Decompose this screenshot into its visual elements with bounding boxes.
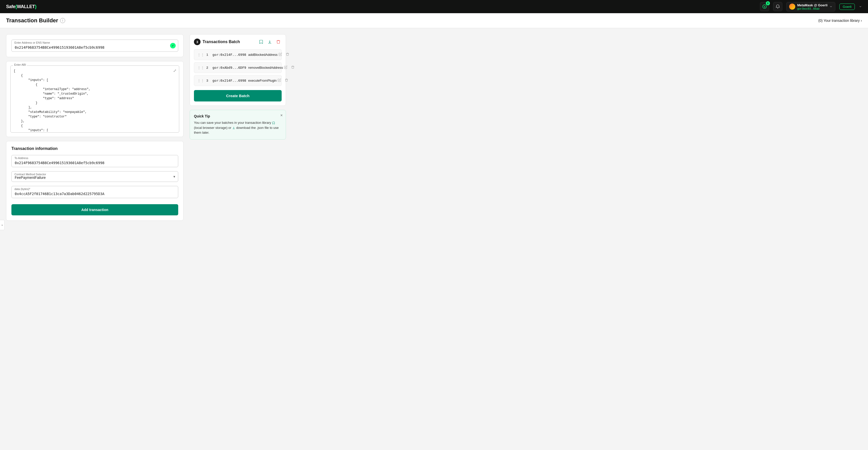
method-selector-container: FeePaymentFailure Contract Method Select… xyxy=(11,171,178,182)
edit-tx-1-btn[interactable] xyxy=(278,52,283,57)
batch-section: 3 Transactions Batch xyxy=(190,34,286,106)
tx-info-title: Transaction information xyxy=(11,146,178,151)
bookmark-inline-icon xyxy=(272,121,275,124)
tx-item-actions-1 xyxy=(278,52,290,57)
edit-icon xyxy=(279,53,282,56)
quick-tip-text: You can save your batches in your transa… xyxy=(194,120,282,135)
sidebar-toggle[interactable]: » xyxy=(0,220,5,230)
drag-handle-icon[interactable]: ⋮⋮ xyxy=(197,53,204,57)
header-actions: S 0 MetaMask @ Goerli gor:0xcc93...66ad … xyxy=(760,2,862,11)
tx-fields: To Address FeePaymentFailure Contract Me… xyxy=(11,155,178,215)
main-layout: Enter Address or ENS Name ✓ Enter ABI ⤢ … xyxy=(0,28,868,450)
tx-item-left-3: ⋮⋮ 3 gor:0x214F...6998 executeFromPlugin xyxy=(197,79,277,83)
resize-icon: ⤢ xyxy=(173,68,177,73)
trash-icon xyxy=(285,79,288,82)
bookmark-icon xyxy=(259,39,264,44)
delete-tx-3-btn[interactable] xyxy=(284,78,289,83)
abi-section: Enter ABI ⤢ [ { "inputs": [ { "internalT… xyxy=(6,61,184,137)
chevron-down-icon xyxy=(830,5,833,8)
download-inline-icon xyxy=(232,126,235,129)
save-batch-btn[interactable] xyxy=(258,38,265,45)
create-batch-button[interactable]: Create Batch xyxy=(194,90,282,101)
batch-actions xyxy=(258,38,282,45)
app-logo: Safe{WALLET} xyxy=(6,4,36,9)
tx-method-3: executeFromPlugin xyxy=(248,79,277,83)
abi-field-wrapper: Enter ABI ⤢ [ { "inputs": [ { "internalT… xyxy=(10,65,179,133)
wallet-name: MetaMask @ Goerli xyxy=(797,3,828,7)
add-transaction-button[interactable]: Add transaction xyxy=(11,204,178,215)
tx-num-1: 1 xyxy=(206,53,210,57)
svg-text:S: S xyxy=(764,5,765,8)
page-title-row: Transaction Builder i xyxy=(6,17,65,24)
network-button[interactable]: Goerli xyxy=(839,4,855,10)
download-icon xyxy=(268,39,272,44)
address-valid-icon: ✓ xyxy=(170,43,176,49)
edit-icon xyxy=(278,79,281,82)
page-header: Transaction Builder i (0) Your transacti… xyxy=(0,13,868,28)
quick-tip-close-btn[interactable]: × xyxy=(280,113,283,118)
tx-library-link[interactable]: (0) Your transaction library › xyxy=(818,19,862,23)
tx-address-1: gor:0x214F...6998 xyxy=(212,53,246,57)
data-bytes-container: data (bytes)* xyxy=(11,186,178,198)
page-title: Transaction Builder xyxy=(6,17,58,24)
check-icon: ✓ xyxy=(172,44,174,48)
info-symbol: i xyxy=(62,19,63,22)
table-row: ⋮⋮ 3 gor:0x214F...6998 executeFromPlugin xyxy=(194,75,282,86)
abi-label: Enter ABI xyxy=(13,63,27,66)
edit-tx-3-btn[interactable] xyxy=(277,78,282,83)
drag-handle-icon[interactable]: ⋮⋮ xyxy=(197,66,204,70)
logo-area: Safe{WALLET} xyxy=(6,4,36,9)
address-section: Enter Address or ENS Name ✓ xyxy=(6,34,184,57)
logo-bracket: { xyxy=(15,4,17,9)
batch-title-row: 3 Transactions Batch xyxy=(194,38,240,45)
abi-textarea[interactable]: [ { "inputs": [ { "internalType": "addre… xyxy=(11,66,179,132)
wallet-details: MetaMask @ Goerli gor:0xcc93...66ad xyxy=(797,3,828,10)
delete-tx-1-btn[interactable] xyxy=(285,52,290,57)
table-row: ⋮⋮ 1 gor:0x214F...6998 addBlockedAddress xyxy=(194,49,282,60)
info-icon-btn[interactable]: i xyxy=(60,18,65,23)
delete-tx-2-btn[interactable] xyxy=(290,65,296,70)
tx-num-3: 3 xyxy=(206,79,210,83)
data-bytes-input[interactable] xyxy=(11,186,178,198)
right-panel: 3 Transactions Batch xyxy=(190,34,286,446)
tx-method-1: addBlockedAddress xyxy=(248,53,278,57)
drag-handle-icon[interactable]: ⋮⋮ xyxy=(197,79,204,83)
download-link[interactable] xyxy=(232,126,236,130)
tx-num-2: 2 xyxy=(206,66,210,69)
app-header: Safe{WALLET} S 0 MetaMask @ Goerli gor:0… xyxy=(0,0,868,13)
to-address-container: To Address xyxy=(11,155,178,167)
trash-icon xyxy=(286,53,289,56)
notification-btn[interactable] xyxy=(773,2,782,11)
logo-bracket-close: } xyxy=(35,4,37,9)
expand-icon xyxy=(859,5,862,8)
quick-tip-title: Quick Tip xyxy=(194,114,282,118)
edit-icon xyxy=(284,65,287,69)
quick-tip-panel: × Quick Tip You can save your batches in… xyxy=(190,110,286,140)
tx-method-2: removeBlockedAddress xyxy=(248,66,283,69)
address-input-container: Enter Address or ENS Name ✓ xyxy=(11,39,178,52)
tx-library-text: (0) Your transaction library xyxy=(818,19,860,23)
save-library-link[interactable] xyxy=(272,121,275,124)
trash-icon xyxy=(276,39,281,44)
tx-address-2: gor:0xAbd9...6DF9 xyxy=(212,66,246,69)
tx-address-3: gor:0x214F...6998 xyxy=(212,79,246,83)
notification-count: 0 xyxy=(766,1,770,5)
delete-batch-btn[interactable] xyxy=(275,38,282,45)
left-panel: Enter Address or ENS Name ✓ Enter ABI ⤢ … xyxy=(6,34,184,446)
quick-tip-part2: (local browser storage) or xyxy=(194,126,232,130)
trash-icon xyxy=(291,65,294,69)
wallet-info[interactable]: MetaMask @ Goerli gor:0xcc93...66ad xyxy=(786,2,836,11)
wallet-address: gor:0xcc93...66ad xyxy=(797,7,828,10)
transaction-list: ⋮⋮ 1 gor:0x214F...6998 addBlockedAddress xyxy=(194,49,282,86)
download-batch-btn[interactable] xyxy=(267,38,273,45)
safe-icon-btn[interactable]: S 0 xyxy=(760,2,769,11)
tx-info-section: Transaction information To Address FeePa… xyxy=(6,141,184,221)
address-input[interactable] xyxy=(11,39,178,52)
quick-tip-part1: You can save your batches in your transa… xyxy=(194,121,272,124)
tx-item-left-2: ⋮⋮ 2 gor:0xAbd9...6DF9 removeBlockedAddr… xyxy=(197,66,283,70)
batch-header: 3 Transactions Batch xyxy=(194,38,282,45)
to-address-input[interactable] xyxy=(11,155,178,167)
wallet-avatar xyxy=(789,4,795,10)
edit-tx-2-btn[interactable] xyxy=(283,65,288,70)
tx-item-left-1: ⋮⋮ 1 gor:0x214F...6998 addBlockedAddress xyxy=(197,53,278,57)
